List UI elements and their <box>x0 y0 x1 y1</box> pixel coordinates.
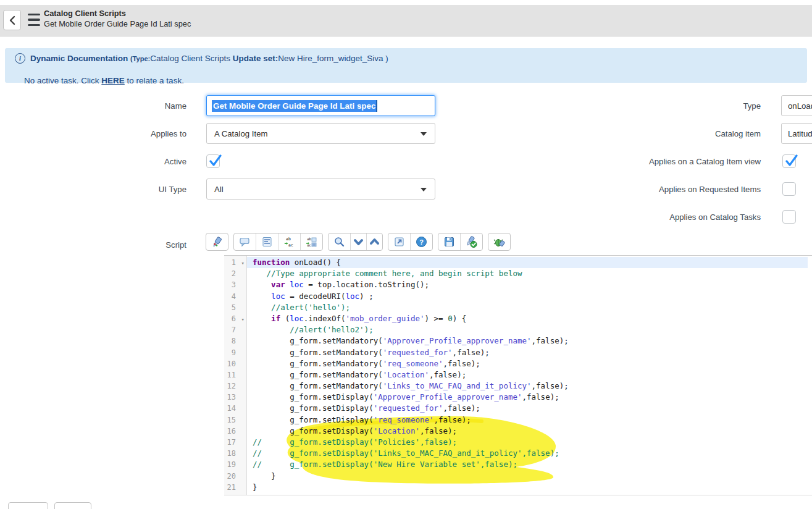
format-code-icon[interactable] <box>256 233 278 250</box>
code-line-12[interactable]: g_form.setMandatory('Links_to_MAC_FAQ_an… <box>247 381 812 392</box>
toolbar-group <box>488 233 511 251</box>
find-next-icon[interactable] <box>350 233 366 250</box>
banner-updateset-value: New Hire_form_widget_Siva ) <box>278 54 388 63</box>
editor-code[interactable]: function onLoad() { //Type appropriate c… <box>247 256 812 496</box>
name-input-selected-text: Get Mobile Order Guide Page Id Lati spec <box>212 100 377 112</box>
code-line-19[interactable]: // g_form.setDisplay('New Hire Variable … <box>247 459 812 470</box>
banner-type-value: Catalog Client Scripts <box>150 54 233 63</box>
line-number: 1▾ <box>224 257 246 268</box>
svg-text:ac: ac <box>288 243 293 248</box>
editor-gutter: 1▾23456▾789101112131415161718192021 <box>224 256 247 495</box>
code-line-10[interactable]: g_form.setMandatory('req_someone',false)… <box>247 358 812 369</box>
applies-to-value: A Catalog Item <box>207 129 268 138</box>
code-line-5[interactable]: //alert('hello'); <box>247 302 812 313</box>
catalog-item-input[interactable]: Latitude <box>781 123 812 144</box>
banner-task-text: No active task. Click <box>24 76 101 85</box>
syntax-check-icon[interactable] <box>460 233 482 250</box>
code-line-20[interactable]: } <box>247 471 812 482</box>
line-number: 8 <box>224 335 246 347</box>
banner-title: Dynamic Documentation <box>30 54 130 63</box>
code-line-2[interactable]: //Type appropriate comment here, and beg… <box>247 268 812 279</box>
type-input[interactable]: onLoad <box>781 95 812 116</box>
code-line-16[interactable]: g_form.setDisplay('Location',false); <box>247 426 812 437</box>
line-number: 10 <box>224 358 246 369</box>
find-previous-icon[interactable] <box>366 233 382 250</box>
hamburger-menu-icon[interactable] <box>28 13 40 27</box>
line-number: 20 <box>224 471 246 482</box>
code-line-11[interactable]: g_form.setMandatory('Location',false); <box>247 369 812 381</box>
code-line-6[interactable]: if (loc.indexOf('mob_order_guide') >= 0)… <box>247 313 812 324</box>
line-number: 13 <box>224 392 246 403</box>
fold-toggle-icon[interactable]: ▾ <box>241 314 245 325</box>
code-line-21[interactable]: } <box>247 482 812 493</box>
line-number: 18 <box>224 448 246 459</box>
checkmark-icon <box>207 153 224 169</box>
script-editor[interactable]: 1▾23456▾789101112131415161718192021 func… <box>224 255 812 495</box>
info-icon: i <box>15 53 25 64</box>
type-label: Type <box>556 101 761 111</box>
line-number: 19 <box>224 459 246 470</box>
code-line-8[interactable]: g_form.setMandatory('Approver_Profile_ap… <box>247 335 812 347</box>
header-titles: Catalog Client Scripts Get Mobile Order … <box>44 9 191 29</box>
banner-updateset-label: Update set: <box>233 54 278 63</box>
line-number: 11 <box>224 369 246 381</box>
banner-line1: i Dynamic Documentation (Type: Catalog C… <box>15 53 388 64</box>
active-checkbox[interactable] <box>206 154 220 168</box>
debug-icon[interactable] <box>488 233 510 250</box>
line-number: 21 <box>224 482 246 493</box>
applies-tasks-label: Applies on Catalog Tasks <box>556 212 761 222</box>
fold-toggle-icon[interactable]: ▾ <box>241 258 245 269</box>
search-icon[interactable] <box>329 233 350 250</box>
help-icon[interactable]: ? <box>410 233 432 250</box>
code-line-15[interactable]: g_form.setDisplay('req_someone',false); <box>247 414 812 426</box>
svg-text:ab: ab <box>307 237 312 241</box>
applies-to-label: Applies to <box>0 129 186 138</box>
line-number: 9 <box>224 347 246 358</box>
page: { "header": { "title": "Catalog Client S… <box>0 0 812 509</box>
applies-to-select[interactable]: A Catalog Item <box>206 123 435 144</box>
line-number: 5 <box>224 302 246 313</box>
code-line-13[interactable]: g_form.setDisplay('Approver_Profile_appr… <box>247 392 812 403</box>
catalog-item-label: Catalog item <box>556 129 761 138</box>
applies-catalog-view-checkbox[interactable] <box>782 154 796 168</box>
replace-all-icon[interactable]: abac <box>300 233 322 250</box>
comment-icon[interactable] <box>234 233 256 250</box>
line-number: 3 <box>224 279 246 290</box>
type-value: onLoad <box>782 101 812 111</box>
line-number: 6▾ <box>224 313 246 324</box>
svg-text:?: ? <box>419 238 424 246</box>
syntax-editor-icon[interactable] <box>206 233 228 250</box>
here-link[interactable]: HERE <box>101 76 125 85</box>
dropdown-arrow-icon <box>421 132 427 136</box>
line-number: 15 <box>224 414 246 426</box>
name-input[interactable]: Get Mobile Order Guide Page Id Lati spec <box>206 95 435 116</box>
code-line-7[interactable]: //alert('hello2'); <box>247 324 812 335</box>
page-title: Catalog Client Scripts <box>44 9 191 19</box>
back-button[interactable] <box>3 10 21 30</box>
code-line-17[interactable]: // g_form.setDisplay('Policies',false); <box>247 437 812 448</box>
banner-type-label: (Type: <box>130 55 150 62</box>
line-number: 4 <box>224 291 246 302</box>
save-icon[interactable] <box>438 233 460 250</box>
code-line-14[interactable]: g_form.setDisplay('requested_for',false)… <box>247 403 812 414</box>
footer-button-1[interactable] <box>8 502 48 509</box>
replace-icon[interactable]: abac <box>278 233 300 250</box>
applies-requested-label: Applies on Requested Items <box>556 185 761 194</box>
applies-tasks-checkbox[interactable] <box>782 210 796 224</box>
checkmark-icon <box>784 153 800 169</box>
ui-type-select[interactable]: All <box>206 179 435 200</box>
code-line-3[interactable]: var loc = top.location.toString(); <box>247 279 812 290</box>
code-line-4[interactable]: loc = decodeURI(loc) ; <box>247 291 812 302</box>
pop-out-icon[interactable] <box>388 233 410 250</box>
code-line-18[interactable]: // g_form.setDisplay('Links_to_MAC_FAQ_a… <box>247 448 812 459</box>
line-number: 17 <box>224 437 246 448</box>
name-label: Name <box>0 101 186 111</box>
applies-requested-checkbox[interactable] <box>782 182 796 196</box>
info-banner: i Dynamic Documentation (Type: Catalog C… <box>5 48 807 83</box>
code-line-9[interactable]: g_form.setMandatory('requested_for',fals… <box>247 347 812 358</box>
catalog-item-value: Latitude <box>782 129 812 138</box>
dropdown-arrow-icon <box>421 188 427 191</box>
toolbar-group: abacabac <box>233 233 323 251</box>
code-line-1[interactable]: function onLoad() { <box>247 257 808 268</box>
footer-button-2[interactable] <box>54 502 91 509</box>
